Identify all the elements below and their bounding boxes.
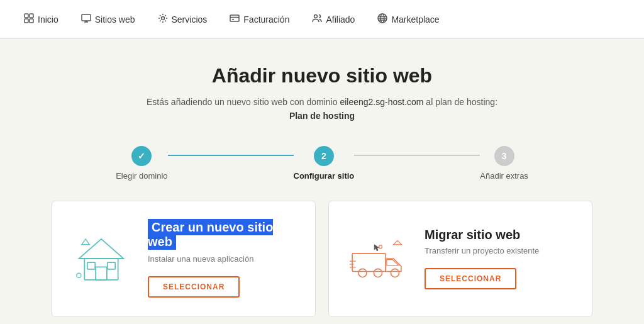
svg-point-25 — [358, 269, 367, 277]
navbar: Inicio Sitios web Servicios — [0, 0, 644, 39]
nav-label-afiliado: Afiliado — [326, 14, 355, 25]
nav-item-inicio[interactable]: Inicio — [15, 8, 67, 31]
card-crear-body: Crear un nuevo sitio web Instalar una nu… — [148, 220, 297, 298]
step-circle-2: 2 — [314, 146, 334, 166]
card-crear-desc: Instalar una nueva aplicación — [148, 254, 297, 264]
main-content: Añadir nuevo sitio web Estás añadiendo u… — [39, 39, 605, 324]
house-illustration — [73, 233, 130, 284]
nav-label-servicios: Servicios — [172, 14, 208, 25]
plan-name: Plan de hosting — [289, 111, 355, 121]
card-migrar-desc: Transferir un proyecto existente — [425, 246, 574, 255]
nav-item-facturacion[interactable]: Facturación — [221, 8, 298, 31]
nav-label-inicio: Inicio — [38, 14, 58, 25]
page-title: Añadir nuevo sitio web — [52, 64, 592, 87]
step-line-2 — [354, 155, 480, 156]
svg-rect-3 — [30, 19, 33, 23]
step-label-1: Elegir dominio — [116, 171, 167, 181]
globe-icon — [377, 13, 387, 26]
svg-rect-8 — [230, 15, 239, 21]
card-migrar-title: Migrar sitio web — [425, 228, 574, 242]
card-crear-select-button[interactable]: SELECCIONAR — [148, 276, 240, 298]
grid-icon — [24, 13, 34, 26]
card-crear-title: Crear un nuevo sitio web — [148, 220, 297, 249]
card-crear-icon-area — [70, 233, 133, 284]
svg-marker-22 — [82, 239, 89, 245]
step-circle-3: 3 — [494, 146, 514, 166]
nav-item-sitios-web[interactable]: Sitios web — [72, 8, 144, 31]
svg-rect-1 — [30, 14, 33, 18]
nav-item-marketplace[interactable]: Marketplace — [369, 8, 448, 31]
svg-point-26 — [374, 269, 382, 277]
svg-point-34 — [379, 245, 382, 249]
settings-icon — [158, 13, 168, 26]
card-migrar-icon-area — [347, 233, 409, 284]
nav-label-sitios-web: Sitios web — [95, 14, 135, 25]
page-subtitle: Estás añadiendo un nuevo sitio web con d… — [52, 95, 592, 123]
svg-rect-20 — [87, 263, 95, 270]
nav-item-servicios[interactable]: Servicios — [149, 8, 216, 31]
svg-point-27 — [391, 269, 399, 277]
svg-rect-2 — [25, 19, 28, 23]
svg-rect-0 — [25, 14, 28, 18]
card-migrar: Migrar sitio web Transferir un proyecto … — [328, 201, 592, 317]
step-label-3: Añadir extras — [480, 171, 528, 181]
svg-rect-21 — [108, 263, 115, 270]
domain-text: eileeng2.sg-host.com — [340, 97, 423, 107]
checkmark-icon — [138, 151, 145, 161]
nav-label-facturacion: Facturación — [243, 14, 289, 25]
svg-rect-24 — [352, 254, 386, 272]
subtitle-pre: Estás añadiendo un nuevo sitio web con d… — [147, 97, 340, 107]
nav-label-marketplace: Marketplace — [391, 14, 439, 25]
step-number-3: 3 — [502, 151, 507, 161]
step-line-1 — [168, 155, 294, 156]
stepper: Elegir dominio 2 Configurar sitio 3 Añad… — [52, 146, 592, 181]
svg-rect-19 — [96, 267, 107, 280]
svg-marker-17 — [79, 239, 123, 259]
svg-point-7 — [161, 16, 164, 20]
step-label-2: Configurar sitio — [294, 171, 355, 181]
step-circle-1 — [131, 146, 152, 166]
card-crear: Crear un nuevo sitio web Instalar una nu… — [52, 201, 316, 317]
credit-card-icon — [230, 13, 240, 26]
nav-item-afiliado[interactable]: Afiliado — [303, 8, 364, 31]
svg-point-11 — [314, 14, 318, 18]
card-crear-title-text: Crear un nuevo sitio web — [148, 219, 273, 250]
step-anadir-extras: 3 Añadir extras — [480, 146, 528, 181]
step-configurar-sitio: 2 Configurar sitio — [294, 146, 355, 181]
card-migrar-select-button[interactable]: SELECCIONAR — [425, 268, 516, 289]
svg-marker-32 — [394, 241, 402, 245]
users-icon — [312, 13, 322, 26]
monitor-icon — [81, 13, 91, 26]
svg-rect-4 — [82, 14, 91, 21]
svg-marker-33 — [374, 245, 379, 251]
step-elegir-dominio: Elegir dominio — [116, 146, 167, 181]
truck-illustration — [350, 233, 406, 284]
subtitle-mid: al plan de hosting: — [423, 97, 497, 107]
step-number-2: 2 — [321, 151, 326, 161]
svg-point-23 — [77, 273, 81, 277]
cards-row: Crear un nuevo sitio web Instalar una nu… — [52, 201, 592, 317]
card-migrar-body: Migrar sitio web Transferir un proyecto … — [425, 228, 574, 289]
